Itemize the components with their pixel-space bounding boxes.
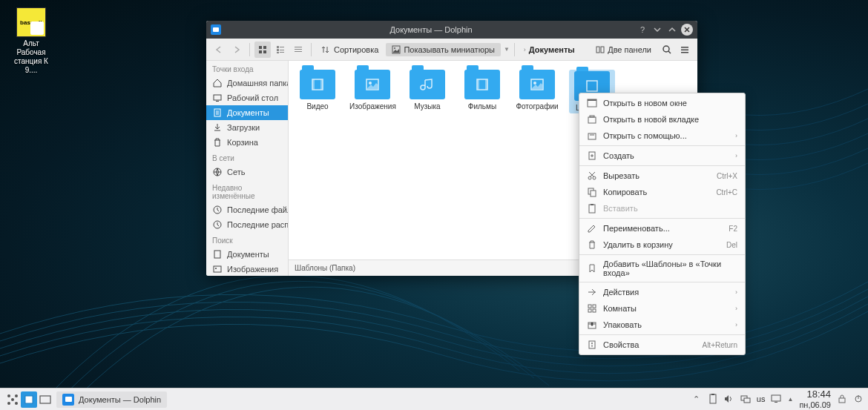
folder-item[interactable]: Видео (295, 70, 341, 110)
menu-separator (579, 218, 745, 219)
thumbnails-toggle[interactable]: Показывать миниатюры (386, 43, 501, 56)
sidebar-item-sdocs[interactable]: Документы (206, 247, 288, 262)
folder-label: Изображения (349, 102, 395, 110)
rename-icon (587, 223, 597, 234)
sidebar-section-header: Недавно изменённые (206, 179, 288, 202)
svg-rect-55 (593, 305, 596, 308)
sort-icon (322, 45, 331, 54)
menu-item[interactable]: Открыть с помощью...› (579, 128, 745, 144)
sidebar-item-label: Последние располож... (227, 220, 288, 229)
menu-item[interactable]: Создать› (579, 148, 745, 164)
maximize-button[interactable] (666, 24, 678, 36)
menu-item[interactable]: Переименовать...F2 (579, 220, 745, 237)
folder-item[interactable]: Фильмы (459, 70, 505, 110)
sidebar-item-recent[interactable]: Последние файлы (206, 202, 288, 217)
svg-rect-73 (775, 402, 777, 403)
view-details-button[interactable] (290, 42, 306, 58)
sidebar-item-desktop[interactable]: Рабочий стол (206, 90, 288, 105)
menu-item[interactable]: Комнаты› (579, 300, 745, 317)
svg-rect-68 (710, 394, 716, 403)
close-button[interactable] (681, 24, 693, 36)
menu-item[interactable]: Действия› (579, 284, 745, 300)
nav-forward-button[interactable] (228, 42, 245, 58)
tray-network-icon[interactable] (740, 394, 751, 404)
menu-item[interactable]: КопироватьCtrl+C (579, 184, 745, 200)
tray-clipboard-icon[interactable] (708, 394, 718, 404)
basealt-icon: base alt (16, 7, 46, 37)
sidebar-item-home[interactable]: Домашняя папка (206, 76, 288, 90)
task-view-button[interactable] (37, 391, 53, 408)
svg-rect-67 (40, 396, 50, 403)
nav-back-button[interactable] (211, 42, 227, 58)
app-launcher-button[interactable] (4, 391, 21, 408)
sidebar-item-trash[interactable]: Корзина (206, 135, 288, 150)
breadcrumb[interactable]: › Документы (519, 45, 588, 54)
folder-item[interactable]: Музыка (404, 70, 450, 110)
menu-item[interactable]: ВырезатьCtrl+X (579, 168, 745, 184)
tab-icon (587, 114, 597, 125)
menu-item[interactable]: Открыть в новой вкладке (579, 111, 745, 128)
download-icon (212, 122, 223, 133)
minimize-button[interactable] (651, 24, 663, 36)
sidebar-item-recent-loc[interactable]: Последние располож... (206, 217, 288, 232)
view-compact-button[interactable] (272, 42, 289, 58)
sidebar-item-docs[interactable]: Документы (206, 105, 288, 120)
menu-item[interactable]: Удалить в корзинуDel (579, 237, 745, 253)
menu-item-label: Переименовать... (603, 224, 723, 233)
logout-icon[interactable] (853, 394, 864, 404)
keyboard-layout-indicator[interactable]: us (757, 394, 766, 403)
taskbar: Документы — Dolphin ⌃ us ▲ 18:44 пн,06.0… (0, 388, 868, 410)
tray-chevron-icon[interactable]: ⌃ (691, 394, 702, 404)
svg-rect-74 (839, 398, 845, 403)
svg-point-63 (7, 402, 10, 405)
menu-item-label: Вставить (603, 204, 737, 213)
menu-item-label: Комнаты (603, 304, 729, 313)
sidebar-item-network[interactable]: Сеть (206, 165, 288, 179)
svg-point-29 (215, 268, 217, 269)
taskbar-entry-dolphin[interactable]: Документы — Dolphin (56, 391, 167, 408)
sidebar-item-simages[interactable]: Изображения (206, 262, 288, 276)
task-label: Документы — Dolphin (79, 395, 161, 404)
simages-icon (212, 264, 223, 274)
sidebar-item-download[interactable]: Загрузки (206, 120, 288, 135)
chevron-right-icon: › (524, 46, 526, 53)
svg-rect-11 (295, 49, 302, 50)
clock[interactable]: 18:44 пн,06.09 (799, 389, 831, 409)
menu-item[interactable]: СвойстваAlt+Return (579, 337, 745, 353)
menu-item[interactable]: Упаковать› (579, 317, 745, 333)
svg-rect-51 (591, 191, 596, 196)
folder-label: Видео (295, 102, 341, 110)
sort-button[interactable]: Сортировка (316, 43, 384, 56)
svg-point-48 (588, 176, 591, 179)
menu-item[interactable]: Открыть в новом окне (579, 95, 745, 111)
menu-shortcut: Alt+Return (702, 341, 737, 349)
svg-rect-16 (601, 47, 604, 53)
desktop-shortcut[interactable]: base alt Альт Рабочая станция К 9.... (10, 7, 52, 75)
tray-arrow-icon[interactable]: ▲ (787, 396, 793, 403)
help-button[interactable]: ? (637, 24, 648, 36)
svg-rect-0 (259, 46, 262, 49)
menu-item[interactable]: Добавить «Шаблоны» в «Точки входа» (579, 257, 745, 280)
folder-item[interactable]: Изображения (349, 70, 395, 110)
view-icons-button[interactable] (254, 42, 271, 58)
tray-display-icon[interactable] (771, 394, 781, 404)
svg-point-35 (369, 82, 372, 85)
menu-button[interactable] (677, 42, 693, 58)
lock-icon[interactable] (837, 394, 847, 404)
svg-rect-76 (858, 395, 859, 399)
menu-item-label: Копировать (603, 188, 710, 196)
show-desktop-button[interactable] (21, 391, 37, 408)
titlebar[interactable]: Документы — Dolphin ? (206, 21, 697, 39)
svg-point-17 (663, 46, 669, 52)
cut-icon (587, 171, 597, 181)
search-button[interactable] (659, 42, 675, 58)
svg-rect-38 (485, 79, 487, 90)
split-button[interactable]: Две панели (590, 43, 657, 56)
split-label: Две панели (608, 45, 651, 54)
folder-item[interactable]: Фотографии (514, 70, 560, 110)
svg-point-49 (593, 176, 596, 179)
svg-rect-57 (593, 309, 596, 312)
menu-item-label: Свойства (603, 340, 696, 349)
tray-volume-icon[interactable] (724, 394, 734, 404)
menu-item-label: Удалить в корзину (603, 240, 720, 249)
